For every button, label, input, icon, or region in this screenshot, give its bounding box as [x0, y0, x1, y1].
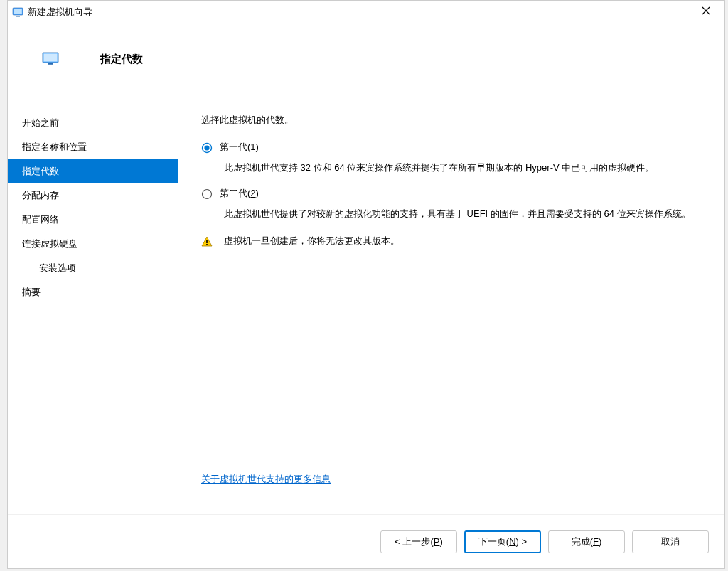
page-title: 指定代数	[100, 53, 143, 66]
sidebar-item-network[interactable]: 配置网络	[8, 208, 178, 232]
svg-rect-2	[16, 16, 20, 17]
radio-gen1[interactable]	[201, 142, 213, 154]
back-button[interactable]: < 上一步(P)	[380, 530, 457, 553]
more-info-link[interactable]: 关于虚拟机世代支持的更多信息	[201, 473, 719, 486]
app-icon	[12, 6, 23, 18]
svg-point-7	[204, 145, 209, 150]
radio-gen2[interactable]	[201, 188, 213, 200]
cancel-button[interactable]: 取消	[632, 530, 709, 553]
sidebar-item-label: 连接虚拟硬盘	[22, 238, 77, 249]
titlebar: 新建虚拟机向导	[8, 1, 724, 23]
next-button[interactable]: 下一页(N) >	[464, 530, 541, 553]
svg-rect-5	[48, 63, 53, 65]
svg-rect-10	[206, 244, 208, 245]
sidebar: 开始之前 指定名称和位置 指定代数 分配内存 配置网络 连接虚拟硬盘 安装选项 …	[8, 95, 178, 514]
sidebar-item-before-begin[interactable]: 开始之前	[8, 111, 178, 135]
sidebar-item-summary[interactable]: 摘要	[8, 280, 178, 304]
gen1-description: 此虚拟机世代支持 32 位和 64 位来宾操作系统并提供了在所有早期版本的 Hy…	[224, 161, 719, 176]
content-panel: 选择此虚拟机的代数。 第一代(1) 此虚拟机世代支持 32 位和 64 位来宾操…	[178, 95, 724, 514]
sidebar-item-label: 安装选项	[39, 262, 76, 273]
sidebar-item-label: 指定名称和位置	[22, 142, 87, 152]
wizard-window: 新建虚拟机向导 指定代数 开始之前 指定名称和位置 指定代数 分配内存 配置网络…	[7, 0, 725, 569]
wizard-header: 指定代数	[8, 23, 724, 95]
svg-rect-9	[206, 240, 208, 243]
wizard-body: 开始之前 指定名称和位置 指定代数 分配内存 配置网络 连接虚拟硬盘 安装选项 …	[8, 95, 724, 514]
warning-row: 虚拟机一旦创建后，你将无法更改其版本。	[201, 235, 719, 247]
finish-button[interactable]: 完成(F)	[548, 530, 625, 553]
svg-rect-4	[44, 54, 58, 62]
generation-2-option[interactable]: 第二代(2)	[201, 187, 719, 200]
sidebar-item-label: 指定代数	[22, 166, 59, 176]
header-icon	[42, 52, 59, 69]
generation-1-option[interactable]: 第一代(1)	[201, 141, 719, 154]
sidebar-item-install-options[interactable]: 安装选项	[8, 256, 178, 280]
close-button[interactable]	[692, 1, 720, 23]
titlebar-text: 新建虚拟机向导	[28, 6, 692, 18]
wizard-footer: < 上一步(P) 下一页(N) > 完成(F) 取消	[8, 514, 724, 568]
sidebar-item-disk[interactable]: 连接虚拟硬盘	[8, 232, 178, 256]
warning-text: 虚拟机一旦创建后，你将无法更改其版本。	[224, 235, 400, 247]
sidebar-item-memory[interactable]: 分配内存	[8, 183, 178, 208]
sidebar-item-label: 开始之前	[22, 117, 59, 128]
sidebar-item-generation[interactable]: 指定代数	[8, 159, 178, 183]
close-icon	[702, 6, 710, 17]
sidebar-item-name-location[interactable]: 指定名称和位置	[8, 135, 178, 159]
svg-rect-1	[14, 9, 22, 14]
svg-point-8	[203, 189, 212, 198]
warning-icon	[201, 236, 213, 247]
sidebar-item-label: 摘要	[22, 287, 41, 297]
radio-gen2-label[interactable]: 第二代(2)	[220, 187, 259, 200]
sidebar-item-label: 配置网络	[22, 214, 59, 225]
gen2-description: 此虚拟机世代提供了对较新的虚拟化功能的支持，具有基于 UEFI 的固件，并且需要…	[224, 207, 719, 222]
intro-text: 选择此虚拟机的代数。	[201, 114, 719, 127]
sidebar-item-label: 分配内存	[22, 190, 59, 201]
radio-gen1-label[interactable]: 第一代(1)	[220, 141, 259, 154]
